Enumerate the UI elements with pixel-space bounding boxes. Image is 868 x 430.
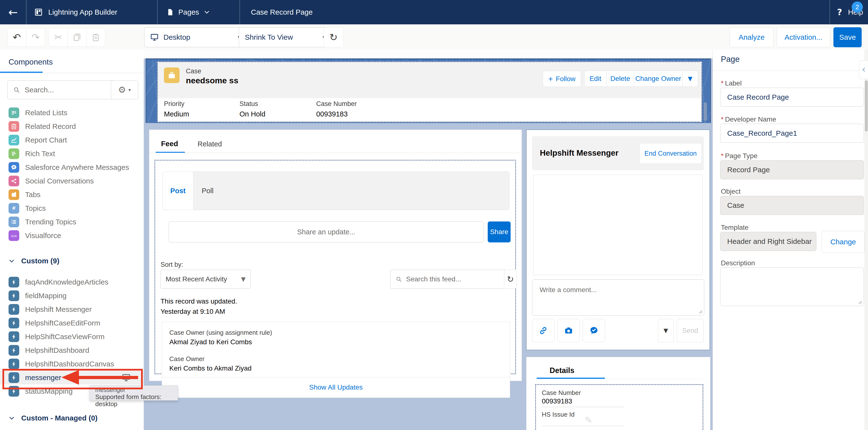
- component-item-report-chart[interactable]: Report Chart: [0, 133, 144, 147]
- share-update-input[interactable]: Share an update...: [168, 221, 484, 242]
- tab-related[interactable]: Related: [197, 140, 222, 148]
- page-icon: [166, 8, 174, 16]
- tab-details[interactable]: Details: [550, 366, 575, 375]
- scissors-icon: ✂: [54, 33, 62, 42]
- label-input[interactable]: Case Record Page: [720, 88, 864, 107]
- component-item-visualforce[interactable]: </> Visualforce: [0, 229, 144, 242]
- lightning-bolt-icon: [8, 277, 19, 287]
- panel-title: Page: [721, 55, 740, 64]
- svg-text:</>: </>: [11, 234, 17, 238]
- record-highlights-panel[interactable]: Case needsome ss + Follow Edit Delete Ch…: [157, 61, 702, 122]
- paste-button[interactable]: [87, 28, 105, 47]
- change-owner-button[interactable]: Change Owner: [634, 71, 683, 87]
- tabs-component[interactable]: Feed Related Post Poll Share an update..…: [149, 130, 522, 381]
- cut-button[interactable]: ✂: [49, 28, 68, 47]
- chevron-left-icon: [861, 67, 867, 72]
- details-component[interactable]: Details Case Number 00939183 HS Issue Id…: [526, 357, 710, 430]
- sort-select[interactable]: Most Recent Activity ▼: [160, 270, 251, 289]
- pages-menu[interactable]: Pages: [166, 0, 210, 24]
- tab-case-record-page[interactable]: Case Record Page: [251, 0, 313, 24]
- component-item-trending-topics[interactable]: Trending Topics: [0, 215, 144, 229]
- highlight-field-priority: Priority Medium: [164, 100, 189, 118]
- desktop-form-factor-icon: [121, 373, 131, 382]
- feed-update-text: This record was updated.: [160, 298, 237, 305]
- gear-icon: ⚙: [118, 86, 126, 94]
- activation-button[interactable]: Activation...: [777, 27, 830, 47]
- change-label: Case Owner (using assignment rule): [169, 329, 272, 336]
- tab-feed[interactable]: Feed: [161, 140, 178, 148]
- component-item-related-record[interactable]: Related Record: [0, 120, 144, 133]
- undo-button[interactable]: ↶: [7, 28, 26, 47]
- component-settings-button[interactable]: ⚙ ▾: [111, 81, 138, 99]
- attach-photo-button[interactable]: [557, 319, 580, 342]
- component-item-helpshiftcaseeditform[interactable]: HelpshiftCaseEditForm: [0, 316, 144, 330]
- builder-toolbar: ↶ ↷ ✂ Desktop ▾ Shrink To View ▾: [0, 24, 868, 50]
- component-item-social-conversations[interactable]: Social Conversations: [0, 174, 144, 188]
- component-item-messenger[interactable]: messenger: [0, 371, 144, 385]
- redo-button[interactable]: ↷: [26, 28, 45, 47]
- tab-poll[interactable]: Poll: [202, 172, 213, 210]
- collapse-panel-button[interactable]: [859, 60, 868, 79]
- desktop-icon: [150, 33, 159, 41]
- caret-down-icon: ▼: [663, 328, 668, 334]
- description-textarea[interactable]: [720, 268, 864, 306]
- page-canvas: Case needsome ss + Follow Edit Delete Ch…: [144, 50, 713, 430]
- component-item-helpshiftdashboard[interactable]: HelpshiftDashboard: [0, 343, 144, 357]
- component-item-related-lists[interactable]: Related Lists: [0, 106, 144, 120]
- canned-response-button[interactable]: [583, 319, 605, 342]
- back-button[interactable]: ←: [0, 0, 26, 24]
- analyze-button[interactable]: Analyze: [730, 27, 773, 47]
- page-type-input: Record Page: [720, 160, 864, 179]
- caret-down-icon: ▼: [688, 76, 692, 82]
- component-item-helpshiftdashboardcanvas[interactable]: HelpshiftDashboardCanvas: [0, 357, 144, 371]
- send-button[interactable]: Send: [677, 319, 704, 342]
- custom-section-header[interactable]: Custom (9): [8, 257, 59, 265]
- search-icon: [395, 276, 402, 283]
- show-all-updates-link[interactable]: Show All Updates: [162, 383, 510, 391]
- edit-pencil-icon[interactable]: ✎: [585, 416, 592, 425]
- end-conversation-button[interactable]: End Conversation: [639, 143, 702, 164]
- required-asterisk: *: [721, 116, 723, 123]
- view-mode-select[interactable]: Shrink To View ▾: [239, 27, 332, 47]
- component-item-anywhere-messages[interactable]: Salesforce Anywhere Messages: [0, 160, 144, 174]
- tab-components[interactable]: Components: [8, 58, 53, 66]
- custom-managed-section-header[interactable]: Custom - Managed (0): [8, 414, 97, 422]
- helpshift-messenger-component[interactable]: Helpshift Messenger End Conversation Wri…: [526, 130, 710, 350]
- window-scrollbar-thumb[interactable]: [865, 81, 868, 131]
- component-item-faqandknowledgearticles[interactable]: faqAndKnowledgeArticles: [0, 275, 144, 289]
- follow-button[interactable]: + Follow: [543, 71, 581, 87]
- feed-search-input[interactable]: Search this feed...: [390, 270, 512, 289]
- delete-button[interactable]: Delete: [607, 71, 634, 87]
- component-item-rich-text[interactable]: Rich Text: [0, 147, 144, 160]
- refresh-button[interactable]: ↻: [323, 27, 343, 47]
- feed-refresh-button[interactable]: ↻: [504, 270, 517, 289]
- details-fields-region[interactable]: Case Number 00939183 HS Issue Id ✎ HS Is…: [535, 384, 703, 430]
- resize-handle-icon[interactable]: [698, 309, 703, 314]
- device-select[interactable]: Desktop ▾: [144, 27, 247, 47]
- component-item-helpshift-messenger[interactable]: Helpshift Messenger: [0, 303, 144, 316]
- component-item-helpshiftcaseviewform[interactable]: HelpShiftCaseViewForm: [0, 330, 144, 343]
- feed-component[interactable]: Post Poll Share an update... Share Sort …: [154, 160, 516, 374]
- tab-post[interactable]: Post: [163, 172, 193, 210]
- send-options-button[interactable]: ▼: [658, 319, 674, 342]
- change-template-button[interactable]: Change: [822, 231, 865, 253]
- save-button[interactable]: Save: [833, 27, 862, 47]
- search-input[interactable]: Search...: [7, 81, 117, 99]
- comment-textarea[interactable]: Write a comment...: [532, 279, 704, 315]
- template-field-label: Template: [721, 224, 749, 232]
- copy-button[interactable]: [68, 28, 87, 47]
- resize-handle-icon[interactable]: [857, 300, 862, 304]
- edit-button[interactable]: Edit: [584, 71, 607, 87]
- developer-name-input[interactable]: Case_Record_Page1: [720, 124, 864, 143]
- lightning-bolt-icon: [8, 386, 19, 397]
- pages-label: Pages: [178, 8, 199, 16]
- component-item-tabs[interactable]: Tabs: [0, 188, 144, 202]
- component-item-fieldmapping[interactable]: fieldMapping: [0, 289, 144, 303]
- component-item-topics[interactable]: # Topics: [0, 202, 144, 215]
- share-button[interactable]: Share: [488, 221, 510, 242]
- more-actions-button[interactable]: ▼: [683, 71, 698, 87]
- attach-link-button[interactable]: [532, 319, 555, 342]
- preview-scrollbar-thumb[interactable]: [704, 102, 707, 121]
- lightning-bolt-icon: [8, 345, 19, 356]
- paste-icon: [91, 33, 100, 42]
